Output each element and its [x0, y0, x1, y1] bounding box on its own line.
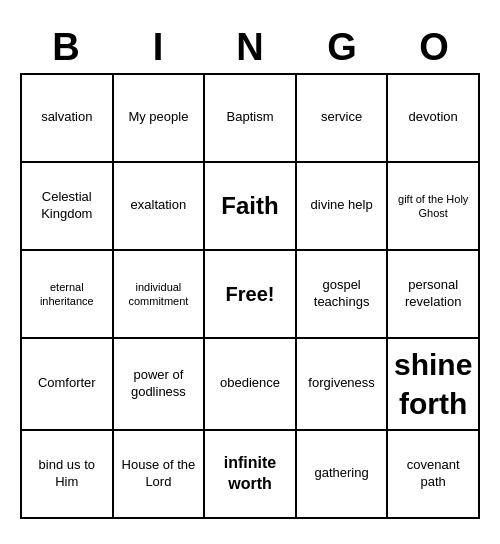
cell-r0-c3: service [297, 75, 389, 163]
bingo-letter-g: G [296, 25, 388, 71]
cell-r0-c0: salvation [22, 75, 114, 163]
cell-r2-c2: Free! [205, 251, 297, 339]
cell-r4-c3: gathering [297, 431, 389, 519]
cell-r1-c2: Faith [205, 163, 297, 251]
cell-r1-c3: divine help [297, 163, 389, 251]
bingo-letter-b: B [20, 25, 112, 71]
cell-r3-c1: power of godliness [114, 339, 206, 431]
cell-r4-c4: covenant path [388, 431, 480, 519]
cell-r0-c4: devotion [388, 75, 480, 163]
cell-r2-c4: personal revelation [388, 251, 480, 339]
cell-r4-c0: bind us to Him [22, 431, 114, 519]
cell-r3-c3: forgiveness [297, 339, 389, 431]
cell-r1-c0: Celestial Kingdom [22, 163, 114, 251]
cell-r1-c1: exaltation [114, 163, 206, 251]
cell-r0-c1: My people [114, 75, 206, 163]
cell-r3-c0: Comforter [22, 339, 114, 431]
bingo-header: BINGO [20, 25, 480, 71]
cell-r1-c4: gift of the Holy Ghost [388, 163, 480, 251]
cell-r4-c1: House of the Lord [114, 431, 206, 519]
bingo-card: BINGO salvationMy peopleBaptismservicede… [10, 15, 490, 529]
cell-r2-c3: gospel teachings [297, 251, 389, 339]
bingo-grid: salvationMy peopleBaptismservicedevotion… [20, 73, 480, 519]
bingo-letter-i: I [112, 25, 204, 71]
cell-r2-c0: eternal inheritance [22, 251, 114, 339]
cell-r3-c4: shine forth [388, 339, 480, 431]
cell-r0-c2: Baptism [205, 75, 297, 163]
cell-r4-c2: infinite worth [205, 431, 297, 519]
bingo-letter-n: N [204, 25, 296, 71]
cell-r3-c2: obedience [205, 339, 297, 431]
cell-r2-c1: individual commitment [114, 251, 206, 339]
bingo-letter-o: O [388, 25, 480, 71]
